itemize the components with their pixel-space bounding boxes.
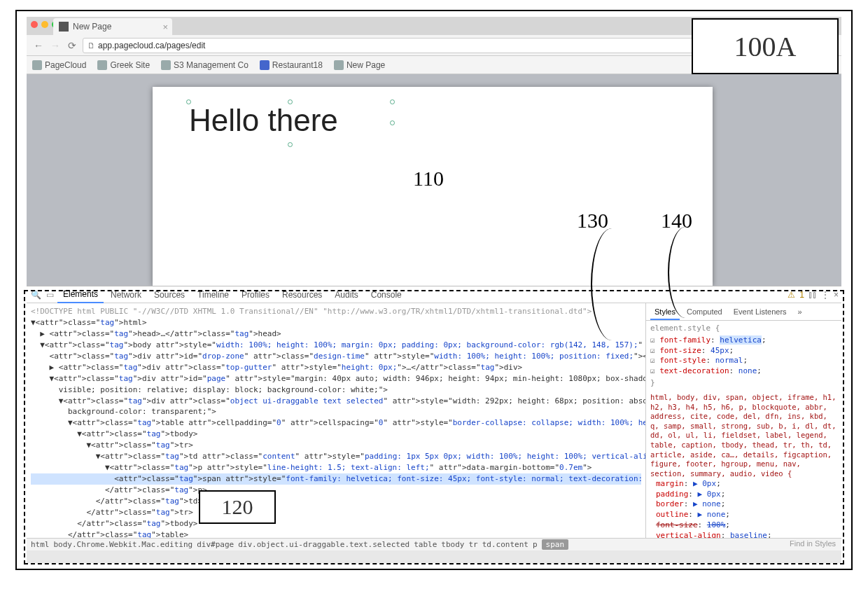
crumb-item[interactable]: div#page — [197, 540, 234, 549]
devtools-settings-icon[interactable]: ⋮ — [821, 290, 830, 300]
devtools-tab-elements[interactable]: Elements — [57, 286, 104, 303]
styles-tab-event-listeners[interactable]: Event Listeners — [729, 305, 791, 320]
window-minimize-icon[interactable] — [41, 21, 48, 28]
reset-prop-row[interactable]: border: ▶ none; — [656, 499, 837, 510]
crumb-item[interactable]: tbody — [441, 540, 464, 549]
crumb-item[interactable]: p — [533, 540, 538, 549]
reset-selector-list: html, body, div, span, object, iframe, h… — [650, 393, 837, 479]
reset-prop-row[interactable]: font-size: 100%; — [656, 520, 837, 531]
annot-130: 130 — [577, 209, 608, 233]
devtools-panel: 🔍 ▭ Elements Network Sources Timeline Pr… — [27, 286, 841, 550]
device-mode-icon[interactable]: ▭ — [43, 290, 56, 300]
text-object-selected[interactable]: Hello there — [189, 102, 392, 144]
crumb-item[interactable]: body.Chrome.Webkit.Mac.editing — [54, 540, 193, 549]
devtools-tab-resources[interactable]: Resources — [276, 287, 328, 303]
crumb-item[interactable]: table — [414, 540, 437, 549]
annot-140: 140 — [661, 209, 692, 233]
site-info-icon[interactable]: 🗋 — [88, 41, 95, 50]
tab-title: New Page — [73, 22, 111, 32]
tab-close-icon[interactable]: × — [162, 22, 168, 32]
devtools-tabbar: 🔍 ▭ Elements Network Sources Timeline Pr… — [27, 286, 841, 303]
devtools-tab-network[interactable]: Network — [105, 287, 147, 303]
element-style-heading: element.style { — [650, 324, 837, 334]
bookmark-pagecloud[interactable]: PageCloud — [32, 60, 86, 70]
crumb-item[interactable]: span — [542, 539, 569, 550]
style-prop-row[interactable]: font-size: 45px; — [650, 346, 837, 356]
style-prop-row[interactable]: font-family: helvetica; — [650, 335, 837, 346]
reload-icon[interactable]: ⟳ — [66, 40, 78, 51]
style-prop-row[interactable]: font-style: normal; — [650, 356, 837, 366]
devtools-breadcrumb[interactable]: html body.Chrome.Webkit.Mac.editing div#… — [27, 538, 841, 550]
annot-110: 110 — [413, 167, 444, 190]
callout-100a: 100A — [692, 18, 839, 74]
element-style-close: } — [650, 378, 837, 389]
bookmark-restaurant18[interactable]: Restaurant18 — [260, 60, 323, 70]
devtools-warn-icon[interactable]: ⚠ — [788, 290, 795, 300]
reset-prop-row[interactable]: padding: ▶ 0px; — [656, 490, 837, 500]
resize-handle-tr[interactable] — [390, 99, 395, 104]
forward-icon[interactable]: → — [49, 40, 62, 51]
styles-tab-styles[interactable]: Styles — [650, 305, 680, 320]
window-close-icon[interactable] — [31, 21, 38, 28]
bookmark-s3[interactable]: S3 Management Co — [161, 60, 248, 70]
devtools-close-icon[interactable]: × — [834, 290, 839, 300]
devtools-tab-sources[interactable]: Sources — [148, 287, 190, 303]
reset-prop-row[interactable]: margin: ▶ 0px; — [656, 479, 837, 490]
url-text: app.pagecloud.ca/pages/edit — [98, 41, 205, 50]
styles-tab-more[interactable]: » — [794, 305, 806, 320]
devtools-tab-console[interactable]: Console — [365, 287, 407, 303]
tab-favicon — [59, 22, 69, 32]
devtools-tab-timeline[interactable]: Timeline — [192, 287, 234, 303]
resize-handle-tl[interactable] — [186, 99, 191, 104]
resize-handle-tc[interactable] — [288, 99, 293, 104]
style-prop-row[interactable]: text-decoration: none; — [650, 366, 837, 377]
crumb-item[interactable]: html — [31, 540, 50, 549]
bookmark-new-page[interactable]: New Page — [334, 60, 385, 70]
devtools-tab-profiles[interactable]: Profiles — [236, 287, 275, 303]
browser-tab[interactable]: New Page × — [53, 18, 172, 35]
back-icon[interactable]: ← — [32, 40, 45, 51]
bookmark-icon — [334, 60, 344, 70]
styles-pane[interactable]: Styles Computed Event Listeners » elemen… — [645, 303, 841, 538]
bookmark-icon — [161, 60, 171, 70]
reset-prop-row[interactable]: outline: ▶ none; — [656, 510, 837, 520]
crumb-item[interactable]: td.content — [482, 540, 528, 549]
reset-prop-row[interactable]: vertical-align: baseline; — [656, 531, 837, 538]
crumb-item[interactable]: tr — [468, 540, 477, 549]
reset-rule-props[interactable]: margin: ▶ 0px;padding: ▶ 0px;border: ▶ n… — [656, 479, 837, 538]
resize-handle-mr[interactable] — [390, 120, 395, 125]
devtools-tab-audits[interactable]: Audits — [329, 287, 363, 303]
browser-window: New Page × ← → ⟳ 🗋 app.pagecloud.ca/page… — [27, 17, 841, 563]
devtools-warn-count: 1 — [799, 290, 804, 300]
bookmark-icon — [97, 60, 107, 70]
devtools-drawer-icon[interactable]: ⫿⫿ — [808, 290, 817, 300]
crumb-item[interactable]: div.object.ui-draggable.text.selected — [238, 540, 410, 549]
resize-handle-bc[interactable] — [288, 142, 293, 147]
bookmark-greek-site[interactable]: Greek Site — [97, 60, 150, 70]
bookmark-icon — [260, 60, 270, 70]
dom-tree[interactable]: <!DOCTYPE html PUBLIC "-//W3C//DTD XHTML… — [27, 303, 645, 538]
callout-120: 120 — [199, 490, 276, 524]
bookmark-icon — [32, 60, 42, 70]
text-content: Hello there — [189, 103, 338, 137]
styles-tab-computed[interactable]: Computed — [682, 305, 727, 320]
element-style-props[interactable]: font-family: helvetica;font-size: 45px;f… — [650, 335, 837, 377]
callout-100a-label: 100A — [734, 30, 797, 63]
inspect-icon[interactable]: 🔍 — [29, 290, 42, 300]
styles-tabs: Styles Computed Event Listeners » — [646, 303, 841, 321]
